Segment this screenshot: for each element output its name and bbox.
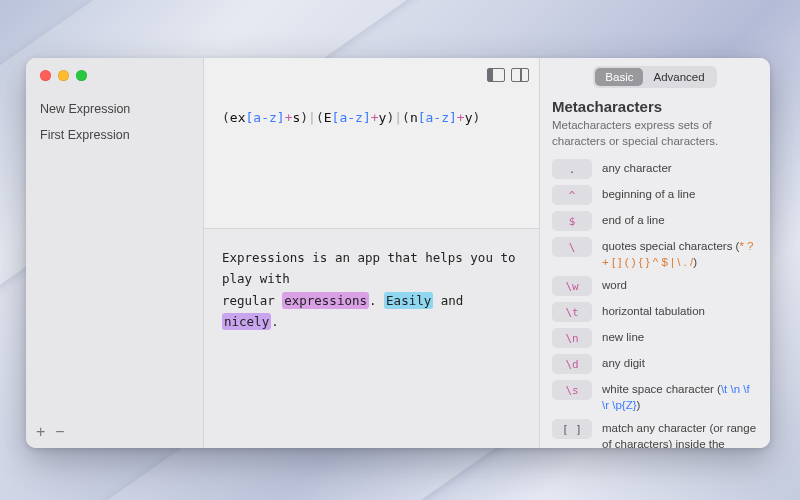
regex-token-literal: ex — [230, 110, 246, 125]
minimize-icon[interactable] — [58, 70, 69, 81]
cheat-row[interactable]: ^beginning of a line — [552, 185, 758, 205]
close-icon[interactable] — [40, 70, 51, 81]
tab-advanced[interactable]: Advanced — [643, 68, 714, 86]
regex-token-plus: + — [457, 110, 465, 125]
test-text: Expressions is an app that helps you to … — [222, 250, 516, 286]
window-controls — [40, 70, 87, 81]
cheat-chip: $ — [552, 211, 592, 231]
cheat-desc: any character — [602, 159, 672, 177]
regex-token-paren: ( — [222, 110, 230, 125]
cheat-desc: horizontal tabulation — [602, 302, 705, 320]
cheat-row[interactable]: [ ]match any character (or range of char… — [552, 419, 758, 448]
add-button[interactable]: + — [36, 424, 45, 440]
editor-panel: (ex[a-z]+s)|(E[a-z]+y)|(n[a-z]+y) Expres… — [204, 58, 540, 448]
cheat-desc: any digit — [602, 354, 645, 372]
test-text: and — [433, 293, 463, 308]
regex-token-class: [a-z] — [418, 110, 457, 125]
remove-button[interactable]: − — [55, 424, 64, 440]
regex-input[interactable]: (ex[a-z]+s)|(E[a-z]+y)|(n[a-z]+y) — [204, 88, 539, 228]
regex-token-literal: E — [324, 110, 332, 125]
cheat-row[interactable]: \quotes special characters (* ? + [ ] ( … — [552, 237, 758, 270]
app-window: New Expression First Expression + − (ex[… — [26, 58, 770, 448]
cheat-row[interactable]: \dany digit — [552, 354, 758, 374]
cheat-desc: white space character (\t \n \f \r \p{Z}… — [602, 380, 758, 413]
test-text-area[interactable]: Expressions is an app that helps you to … — [204, 228, 539, 448]
regex-token-paren: ) — [300, 110, 308, 125]
cheat-chip: \n — [552, 328, 592, 348]
cheat-chip: [ ] — [552, 419, 592, 439]
sidebar-item-first-expression[interactable]: First Expression — [26, 122, 203, 148]
layout-toolbar — [204, 58, 539, 88]
sidebar-list: New Expression First Expression — [26, 58, 203, 416]
regex-token-class: [a-z] — [332, 110, 371, 125]
reference-panel: Basic Advanced Metacharacters Metacharac… — [540, 58, 770, 448]
test-text: . — [369, 293, 384, 308]
regex-token-literal: n — [410, 110, 418, 125]
test-text: regular — [222, 293, 282, 308]
cheat-row[interactable]: \nnew line — [552, 328, 758, 348]
cheat-row[interactable]: \swhite space character (\t \n \f \r \p{… — [552, 380, 758, 413]
layout-split-icon[interactable] — [511, 68, 529, 82]
regex-token-paren: ( — [402, 110, 410, 125]
regex-token-pipe: | — [308, 110, 316, 125]
layout-sidebar-icon[interactable] — [487, 68, 505, 82]
cheat-chip: \s — [552, 380, 592, 400]
reference-tabs: Basic Advanced — [540, 58, 770, 96]
cheat-desc: word — [602, 276, 627, 294]
cheat-desc: match any character (or range of charact… — [602, 419, 758, 448]
regex-token-paren: ) — [473, 110, 481, 125]
cheat-row[interactable]: \thorizontal tabulation — [552, 302, 758, 322]
cheat-chip: . — [552, 159, 592, 179]
tab-basic[interactable]: Basic — [595, 68, 643, 86]
reference-title: Metacharacters — [552, 98, 758, 115]
sidebar: New Expression First Expression + − — [26, 58, 204, 448]
reference-subtitle: Metacharacters express sets of character… — [552, 118, 758, 149]
regex-token-literal: y — [465, 110, 473, 125]
cheat-chip: ^ — [552, 185, 592, 205]
cheat-chip: \d — [552, 354, 592, 374]
cheat-desc: quotes special characters (* ? + [ ] ( )… — [602, 237, 758, 270]
cheat-desc: end of a line — [602, 211, 665, 229]
regex-token-class: [a-z] — [245, 110, 284, 125]
cheat-desc: beginning of a line — [602, 185, 695, 203]
sidebar-item-new-expression[interactable]: New Expression — [26, 96, 203, 122]
regex-token-pipe: | — [394, 110, 402, 125]
match-highlight: nicely — [222, 313, 271, 330]
match-highlight: expressions — [282, 292, 369, 309]
cheat-row[interactable]: $end of a line — [552, 211, 758, 231]
cheat-chip: \w — [552, 276, 592, 296]
cheat-chip: \ — [552, 237, 592, 257]
regex-token-plus: + — [371, 110, 379, 125]
test-text: . — [271, 314, 279, 329]
match-highlight: Easily — [384, 292, 433, 309]
cheat-desc: new line — [602, 328, 644, 346]
reference-body: Metacharacters Metacharacters express se… — [540, 96, 770, 448]
cheat-row[interactable]: \wword — [552, 276, 758, 296]
sidebar-footer: + − — [26, 416, 203, 448]
cheat-row[interactable]: .any character — [552, 159, 758, 179]
cheat-chip: \t — [552, 302, 592, 322]
regex-token-paren: ( — [316, 110, 324, 125]
zoom-icon[interactable] — [76, 70, 87, 81]
